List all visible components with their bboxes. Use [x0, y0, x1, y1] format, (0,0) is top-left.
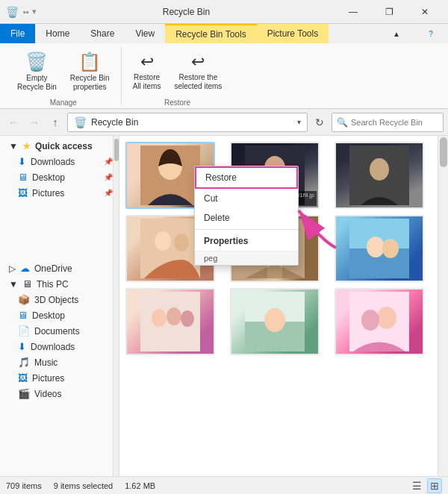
item-count: 709 items: [6, 481, 42, 490]
path-text: Recycle Bin: [91, 117, 138, 128]
address-bar: ← → ↑ 🗑️ Recycle Bin ▾ ↻ 🔍: [0, 109, 448, 136]
tab-file[interactable]: File: [0, 24, 35, 43]
image-svg-7: [140, 292, 200, 351]
sidebar-item-documents[interactable]: 📄 Documents: [0, 323, 119, 339]
minimize-button[interactable]: —: [336, 0, 370, 24]
ctx-footer: peg: [195, 251, 298, 265]
ctx-properties-item[interactable]: Properties: [195, 231, 298, 251]
sidebar-item-pictures2[interactable]: 🖼 Pictures: [0, 370, 119, 386]
desktop-icon: 🖥: [18, 172, 28, 183]
ribbon-tab-bar: File Home Share View Recycle Bin Tools P…: [0, 24, 448, 43]
svg-point-24: [361, 310, 379, 331]
details-view-button[interactable]: ☰: [409, 478, 424, 493]
desktop2-icon: 🖥: [18, 310, 28, 321]
help-button[interactable]: ?: [414, 24, 448, 43]
pictures2-icon: 🖼: [18, 372, 28, 384]
context-menu: Restore Cut Delete Properties peg: [194, 166, 299, 266]
svg-point-16: [152, 309, 167, 327]
ribbon: 🗑️ EmptyRecycle Bin 📋 Recycle Binpropert…: [0, 43, 448, 109]
forward-button[interactable]: →: [25, 113, 43, 131]
image-svg-9: [349, 292, 409, 351]
image-svg-1: [140, 146, 200, 205]
music-label: Music: [34, 357, 57, 368]
title-bar-icons: 🗑️ ▪▪ ▾: [6, 6, 37, 18]
restore-all-button[interactable]: ↩ RestoreAll items: [128, 49, 167, 96]
sidebar-item-quick-access[interactable]: ▼ ★ Quick access: [0, 139, 119, 154]
selected-size: 1.62 MB: [125, 481, 155, 490]
onedrive-icon: ☁: [20, 263, 30, 274]
restore-selected-button[interactable]: ↩ Restore theselected items: [169, 49, 227, 96]
ctx-cut-item[interactable]: Cut: [195, 189, 298, 208]
manage-buttons: 🗑️ EmptyRecycle Bin 📋 Recycle Binpropert…: [12, 49, 115, 96]
image-item-3[interactable]: [335, 142, 424, 209]
pictures-icon: 🖼: [18, 187, 28, 198]
this-pc-label: This PC: [37, 279, 69, 290]
sidebar-item-3d-objects[interactable]: 📦 3D Objects: [0, 292, 119, 307]
pictures2-label: Pictures: [32, 373, 64, 384]
svg-point-18: [181, 310, 194, 327]
restore-all-icon: ↩: [140, 54, 154, 70]
quick-access-icon: 🗑️: [6, 6, 19, 18]
tab-view[interactable]: View: [125, 24, 165, 43]
ribbon-group-restore: ↩ RestoreAll items ↩ Restore theselected…: [122, 46, 234, 105]
tab-picture-tools[interactable]: Picture Tools: [257, 24, 329, 43]
thumbnails-view-button[interactable]: ⊞: [427, 478, 442, 493]
window-controls: — ❐ ✕: [336, 0, 442, 24]
documents-label: Documents: [34, 326, 80, 337]
ctx-cut-label: Cut: [204, 193, 218, 204]
sidebar-item-this-pc[interactable]: ▼ 🖥 This PC: [0, 276, 119, 292]
file-scrollbar[interactable]: [438, 136, 448, 476]
restore-selected-label: Restore theselected items: [174, 73, 222, 91]
pictures-pin: 📌: [104, 189, 113, 197]
sidebar-scrollbar[interactable]: [113, 136, 119, 476]
sidebar-item-desktop2[interactable]: 🖥 Desktop: [0, 307, 119, 323]
up-button[interactable]: ↑: [46, 113, 64, 131]
empty-recycle-bin-button[interactable]: 🗑️ EmptyRecycle Bin: [12, 49, 62, 96]
svg-point-8: [174, 234, 189, 251]
maximize-button[interactable]: ❐: [372, 0, 406, 24]
tab-recycle-bin-tools[interactable]: Recycle Bin Tools: [165, 24, 257, 43]
restore-buttons: ↩ RestoreAll items ↩ Restore theselected…: [128, 49, 228, 96]
sidebar-item-desktop[interactable]: 🖥 Desktop 📌: [0, 169, 119, 185]
downloads2-label: Downloads: [31, 342, 75, 352]
tab-home[interactable]: Home: [35, 24, 80, 43]
file-area[interactable]: f10e5f0b044f691b7ca081f8.jpg: [119, 136, 448, 476]
sidebar-item-music[interactable]: 🎵 Music: [0, 354, 119, 370]
svg-point-5: [370, 158, 389, 181]
ribbon-collapse-button[interactable]: ▲: [379, 24, 414, 43]
close-button[interactable]: ✕: [408, 0, 442, 24]
tab-share[interactable]: Share: [80, 24, 125, 43]
quick-access-label: Quick access: [35, 141, 93, 151]
image-item-6[interactable]: [335, 215, 424, 282]
image-item-7[interactable]: [125, 288, 215, 355]
address-path[interactable]: 🗑️ Recycle Bin ▾: [67, 113, 308, 132]
window-title: Recycle Bin: [37, 7, 336, 17]
manage-group-label: Manage: [12, 96, 115, 107]
search-input[interactable]: [351, 118, 438, 127]
sidebar-item-pictures[interactable]: 🖼 Pictures 📌: [0, 185, 119, 201]
image-svg-6: [349, 219, 409, 278]
desktop-pin: 📌: [104, 173, 113, 181]
image-svg-8: [245, 292, 305, 351]
sidebar-item-downloads2[interactable]: ⬇ Downloads: [0, 339, 119, 354]
image-item-9[interactable]: [335, 288, 424, 355]
pictures-label: Pictures: [32, 188, 64, 198]
ctx-delete-item[interactable]: Delete: [195, 208, 298, 228]
onedrive-label: OneDrive: [34, 263, 72, 274]
search-box[interactable]: 🔍: [332, 113, 444, 132]
sidebar-item-downloads[interactable]: ⬇ Downloads 📌: [0, 154, 119, 169]
sidebar-item-videos[interactable]: 🎬 Videos: [0, 386, 119, 401]
sidebar-item-onedrive[interactable]: ▷ ☁ OneDrive: [0, 260, 119, 276]
svg-point-7: [155, 231, 171, 251]
restore-all-label: RestoreAll items: [133, 73, 161, 91]
sidebar-spacer: [0, 201, 119, 260]
recycle-bin-properties-button[interactable]: 📋 Recycle Binproperties: [65, 49, 115, 96]
back-button[interactable]: ←: [4, 113, 22, 131]
address-dropdown[interactable]: ▾: [297, 118, 301, 126]
image-item-8[interactable]: [230, 288, 320, 355]
3d-objects-label: 3D Objects: [34, 295, 78, 305]
scroll-thumb: [440, 137, 447, 167]
ctx-footer-text: peg: [204, 254, 217, 263]
refresh-button[interactable]: ↻: [311, 113, 329, 131]
ctx-restore-item[interactable]: Restore: [195, 166, 298, 189]
